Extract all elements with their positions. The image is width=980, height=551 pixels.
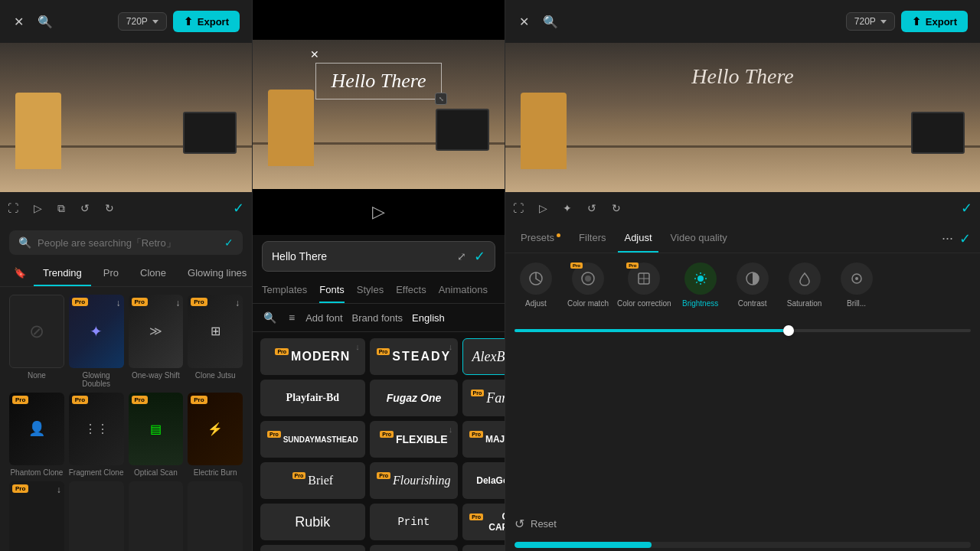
brand-fonts-button[interactable]: Brand fonts bbox=[352, 312, 403, 324]
font-sunday[interactable]: Pro SUNDAYMASTHEAD bbox=[260, 421, 365, 458]
right-undo-button[interactable]: ↺ bbox=[587, 202, 596, 214]
tab-templates[interactable]: Templates bbox=[262, 278, 307, 303]
tool-color-correction[interactable]: Pro Color correction bbox=[617, 262, 671, 308]
tab-fonts[interactable]: Fonts bbox=[319, 278, 345, 303]
tab-animations[interactable]: Animations bbox=[439, 278, 488, 303]
confirm-button-left[interactable]: ✓ bbox=[233, 200, 244, 217]
right-fullscreen-button[interactable]: ⛶ bbox=[513, 202, 524, 214]
right-person bbox=[521, 93, 567, 169]
tool-adjust[interactable]: Adjust bbox=[513, 262, 559, 308]
tab-clone[interactable]: Clone bbox=[131, 261, 175, 286]
quality-selector[interactable]: 720P bbox=[118, 12, 167, 31]
font-delagothic[interactable]: DelaGothic bbox=[462, 462, 505, 499]
right-confirm-button[interactable]: ✓ bbox=[961, 200, 972, 217]
adjust-confirm-button[interactable]: ✓ bbox=[959, 230, 971, 247]
play-button-left[interactable]: ▷ bbox=[34, 202, 42, 214]
effect-none[interactable]: ⊘ None bbox=[9, 295, 64, 388]
text-overlay[interactable]: ✕ Hello There ⤡ bbox=[315, 63, 443, 99]
dl-icon: ↓ bbox=[116, 298, 121, 308]
font-filter-icon[interactable]: ≡ bbox=[287, 310, 296, 325]
right-quality-selector[interactable]: 720P bbox=[846, 12, 895, 31]
font-tabs: Templates Fonts Styles Effects Animation… bbox=[253, 278, 505, 304]
left-search-bar[interactable]: 🔍 ✓ bbox=[9, 230, 243, 255]
export-button[interactable]: ⬆ Export bbox=[173, 11, 240, 32]
font-flexible[interactable]: Pro FLEXIBLE ↓ bbox=[370, 421, 459, 458]
tab-pro[interactable]: Pro bbox=[94, 261, 128, 286]
clone-button[interactable]: ⧉ bbox=[57, 202, 65, 215]
font-classical[interactable]: Classical bbox=[260, 545, 365, 551]
tab-filters[interactable]: Filters bbox=[573, 224, 612, 253]
font-flourishing[interactable]: Pro Flourishing bbox=[370, 462, 459, 499]
font-print[interactable]: Print bbox=[370, 504, 459, 540]
timeline-bar[interactable] bbox=[514, 542, 971, 548]
font-steady[interactable]: Pro STEADY ↓ bbox=[370, 338, 459, 375]
tool-brightness[interactable]: Brightness bbox=[678, 262, 724, 308]
search-confirm-button[interactable]: ✓ bbox=[224, 236, 234, 249]
search-button[interactable]: 🔍 bbox=[36, 13, 54, 31]
right-magic-button[interactable]: ✦ bbox=[563, 202, 572, 214]
brightness-slider-thumb[interactable] bbox=[783, 325, 794, 336]
tool-contrast[interactable]: Contrast bbox=[730, 262, 776, 308]
effect-extra-2[interactable] bbox=[69, 481, 124, 551]
font-ccrapid[interactable]: Pro CC-Rapid bbox=[462, 545, 505, 551]
font-search-icon[interactable]: 🔍 bbox=[262, 310, 278, 325]
undo-button[interactable]: ↺ bbox=[80, 202, 90, 214]
font-modern[interactable]: Pro MODERN ↓ bbox=[260, 338, 365, 375]
effect-clone-jutsu[interactable]: Pro ↓ ⊞ Clone Jutsu bbox=[188, 295, 243, 388]
tool-saturation[interactable]: Saturation bbox=[782, 262, 828, 308]
font-vigour[interactable]: VIGOUR bbox=[370, 545, 459, 551]
font-fugaz[interactable]: Fugaz One bbox=[370, 380, 459, 416]
effect-optical-scan[interactable]: Pro ▤ Optical Scan bbox=[129, 393, 184, 478]
text-confirm-button[interactable]: ✓ bbox=[474, 248, 485, 265]
effect-optical-label: Optical Scan bbox=[134, 468, 178, 477]
effect-extra-4[interactable] bbox=[188, 481, 243, 551]
effect-extra-1[interactable]: Pro ↓ bbox=[9, 481, 64, 551]
tool-color-match[interactable]: Pro Color match bbox=[565, 262, 611, 308]
tab-adjust[interactable]: Adjust bbox=[618, 224, 658, 253]
close-button[interactable]: ✕ bbox=[12, 13, 25, 31]
tab-bookmark[interactable]: 🔖 bbox=[9, 261, 31, 286]
text-input[interactable] bbox=[272, 250, 449, 262]
more-button[interactable]: ··· bbox=[942, 230, 953, 246]
tab-trending[interactable]: Trending bbox=[34, 261, 91, 286]
left-search-input[interactable] bbox=[38, 237, 218, 249]
right-video-bg: Hello There bbox=[505, 43, 980, 192]
font-majestic[interactable]: Pro MAJESTIC bbox=[462, 421, 505, 458]
tab-styles[interactable]: Styles bbox=[357, 278, 384, 303]
play-button-middle[interactable]: ▷ bbox=[372, 202, 385, 222]
reset-button[interactable]: ↺ Reset bbox=[505, 509, 980, 539]
effect-oneway-shift[interactable]: Pro ↓ ≫ One-way Shift bbox=[129, 295, 184, 388]
english-button[interactable]: English bbox=[412, 312, 445, 324]
tab-video-quality[interactable]: Video quality bbox=[665, 224, 733, 253]
font-alexbrush[interactable]: AlexBrush bbox=[462, 338, 505, 375]
effect-extra-1-thumb: Pro ↓ bbox=[9, 481, 64, 551]
effect-phantom-clone[interactable]: Pro 👤 Phantom Clone bbox=[9, 393, 64, 478]
font-rubik[interactable]: Rubik bbox=[260, 504, 365, 540]
right-export-button[interactable]: ⬆ Export bbox=[901, 11, 968, 32]
font-input-bar[interactable]: ⤢ ✓ bbox=[262, 241, 495, 272]
tab-presets[interactable]: Presets bbox=[514, 224, 567, 253]
font-captial[interactable]: Pro CC CAPTIAL bbox=[462, 504, 505, 540]
add-font-button[interactable]: Add font bbox=[305, 312, 342, 324]
effect-glowing-doubles[interactable]: Pro ↓ ✦ Glowing Doubles bbox=[69, 295, 124, 388]
right-search-button[interactable]: 🔍 bbox=[541, 13, 560, 31]
right-close-button[interactable]: ✕ bbox=[518, 13, 531, 31]
text-resize-handle[interactable]: ⤡ bbox=[435, 93, 447, 105]
brightness-slider-track[interactable] bbox=[514, 329, 971, 332]
font-fantasy[interactable]: Pro Fantasy bbox=[462, 380, 505, 416]
fullscreen-button[interactable]: ⛶ bbox=[8, 202, 18, 214]
effect-fragment-clone[interactable]: Pro ⋮⋮ Fragment Clone bbox=[69, 393, 124, 478]
tab-glowing-lines[interactable]: Glowing lines bbox=[178, 261, 252, 286]
tool-brilliance[interactable]: Brill... bbox=[834, 262, 880, 308]
effect-extra-3[interactable] bbox=[129, 481, 184, 551]
text-close-button[interactable]: ✕ bbox=[310, 48, 319, 60]
expand-icon[interactable]: ⤢ bbox=[456, 249, 468, 264]
tab-effects[interactable]: Effects bbox=[396, 278, 426, 303]
effect-electric-burn[interactable]: Pro ⚡ Electric Burn bbox=[188, 393, 243, 478]
right-play-button[interactable]: ▷ bbox=[539, 202, 547, 214]
font-captial-name: CC CAPTIAL bbox=[485, 511, 505, 533]
right-redo-button[interactable]: ↻ bbox=[612, 202, 621, 214]
font-brief[interactable]: Pro Brief bbox=[260, 462, 365, 499]
redo-button[interactable]: ↻ bbox=[105, 202, 114, 214]
font-playfair[interactable]: Playfair-Bd bbox=[260, 380, 365, 416]
